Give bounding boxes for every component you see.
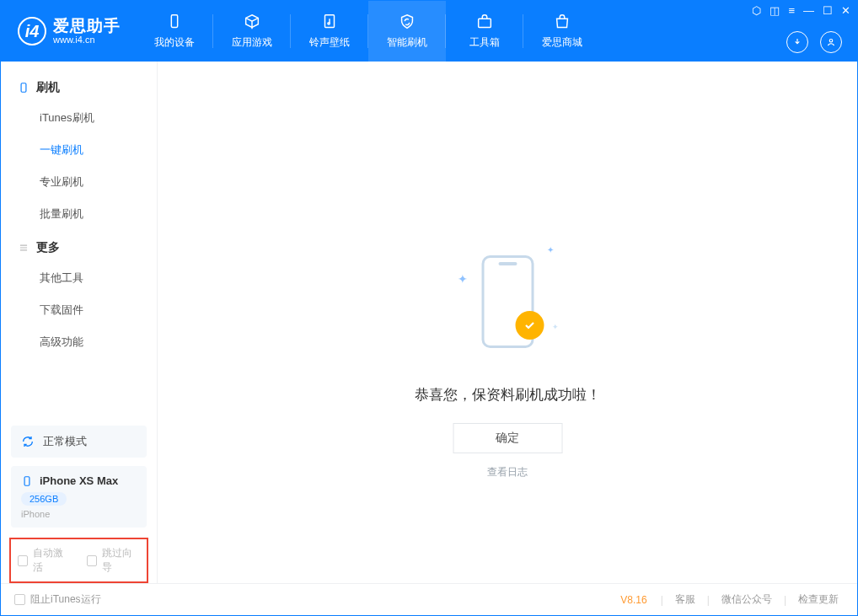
nav-label: 爱思商城 (542, 35, 582, 50)
nav-label: 铃声壁纸 (309, 35, 350, 50)
nav-store[interactable]: 爱思商城 (523, 1, 601, 62)
app-url: www.i4.cn (53, 35, 121, 45)
refresh-shield-icon (398, 13, 416, 31)
sidebar-item-download-firmware[interactable]: 下载固件 (1, 294, 157, 326)
bag-icon (553, 13, 571, 31)
device-name: iPhone XS Max (40, 474, 118, 487)
ok-button[interactable]: 确定 (453, 423, 562, 453)
version-label: V8.16 (620, 594, 646, 606)
sidebar-item-other-tools[interactable]: 其他工具 (1, 262, 157, 294)
device-icon (165, 13, 184, 31)
sidebar-group-title: 刷机 (36, 80, 60, 95)
checkbox-auto-activate[interactable]: 自动激活 (18, 546, 72, 575)
sparkle-icon: ✦ (458, 272, 468, 286)
svg-point-2 (328, 23, 330, 24)
sidebar-item-oneclick-flash[interactable]: 一键刷机 (1, 134, 157, 166)
sidebar-group-title: 更多 (36, 240, 60, 255)
svg-rect-6 (24, 476, 29, 485)
logo-icon: i4 (18, 17, 46, 46)
body: 刷机 iTunes刷机 一键刷机 专业刷机 批量刷机 更多 其他工具 下载固件 … (1, 62, 857, 583)
list-icon (18, 242, 29, 254)
shirt-icon[interactable]: ⬡ (752, 4, 761, 17)
checkbox-icon (87, 555, 97, 566)
sidebar-group-flash: 刷机 (1, 70, 157, 102)
nav-apps[interactable]: 应用游戏 (213, 1, 291, 62)
refresh-icon (21, 435, 35, 448)
phone-icon (18, 82, 29, 94)
top-nav: 我的设备 应用游戏 铃声壁纸 智能刷机 工具箱 爱思商城 (136, 1, 601, 62)
svg-point-4 (829, 40, 833, 43)
svg-rect-3 (479, 19, 491, 27)
nav-flash[interactable]: 智能刷机 (368, 1, 446, 62)
footer: 阻止iTunes运行 V8.16 | 客服 | 微信公众号 | 检查更新 (1, 583, 857, 615)
header-right-buttons (786, 31, 842, 53)
checkbox-icon (14, 594, 25, 605)
app-logo: i4 爱思助手 www.i4.cn (1, 1, 136, 62)
download-button[interactable] (786, 31, 808, 53)
cube-icon (243, 13, 261, 31)
nav-toolbox[interactable]: 工具箱 (446, 1, 523, 62)
view-log-link[interactable]: 查看日志 (487, 465, 528, 479)
checkbox-label: 阻止iTunes运行 (30, 592, 101, 607)
result-panel: ✦ ✦ ✦ 恭喜您，保资料刷机成功啦！ 确定 查看日志 (415, 238, 601, 479)
sidebar-item-itunes-flash[interactable]: iTunes刷机 (1, 102, 157, 134)
footer-link-wechat[interactable]: 微信公众号 (716, 592, 777, 607)
sidebar-item-advanced[interactable]: 高级功能 (1, 326, 157, 358)
footer-link-support[interactable]: 客服 (670, 592, 700, 607)
nav-label: 工具箱 (469, 35, 500, 50)
minimize-button[interactable]: — (803, 4, 814, 17)
phone-small-icon (21, 475, 33, 487)
sidebar: 刷机 iTunes刷机 一键刷机 专业刷机 批量刷机 更多 其他工具 下载固件 … (1, 62, 158, 583)
separator: | (661, 594, 663, 606)
maximize-button[interactable]: ☐ (823, 4, 833, 17)
success-illustration: ✦ ✦ ✦ (453, 238, 562, 365)
svg-rect-5 (21, 83, 26, 93)
sidebar-item-pro-flash[interactable]: 专业刷机 (1, 166, 157, 198)
device-card[interactable]: iPhone XS Max 256GB iPhone (11, 466, 147, 528)
sparkle-icon: ✦ (547, 245, 554, 254)
result-message: 恭喜您，保资料刷机成功啦！ (415, 385, 601, 404)
user-button[interactable] (820, 31, 842, 53)
toolbox-icon (475, 13, 494, 31)
window-small-controls: ⬡ ◫ ≡ — ☐ ✕ (752, 4, 850, 17)
checkbox-label: 自动激活 (33, 546, 71, 575)
footer-right: V8.16 | 客服 | 微信公众号 | 检查更新 (620, 592, 844, 607)
nav-label: 我的设备 (154, 35, 195, 50)
nav-label: 应用游戏 (232, 35, 272, 50)
main-content: ✦ ✦ ✦ 恭喜您，保资料刷机成功啦！ 确定 查看日志 (158, 62, 857, 583)
menu-icon[interactable]: ≡ (788, 4, 795, 17)
device-mode-label: 正常模式 (43, 434, 87, 449)
svg-rect-0 (171, 15, 177, 28)
device-type: iPhone (21, 509, 137, 519)
app-name: 爱思助手 (53, 18, 121, 35)
options-box: 自动激活 跳过向导 (9, 538, 148, 583)
sidebar-group-more: 更多 (1, 230, 157, 262)
checkbox-label: 跳过向导 (102, 546, 140, 575)
nav-my-device[interactable]: 我的设备 (136, 1, 213, 62)
titlebar: i4 爱思助手 www.i4.cn 我的设备 应用游戏 铃声壁纸 智能刷机 工具… (1, 1, 857, 62)
lock-icon[interactable]: ◫ (770, 4, 780, 17)
close-button[interactable]: ✕ (841, 4, 850, 17)
checkbox-skip-guide[interactable]: 跳过向导 (87, 546, 141, 575)
nav-ringtones[interactable]: 铃声壁纸 (291, 1, 368, 62)
sidebar-item-batch-flash[interactable]: 批量刷机 (1, 198, 157, 230)
sparkle-icon: ✦ (552, 323, 559, 331)
music-file-icon (320, 13, 339, 31)
success-check-icon (515, 311, 544, 340)
footer-link-update[interactable]: 检查更新 (793, 592, 844, 607)
device-mode[interactable]: 正常模式 (11, 426, 147, 458)
device-storage: 256GB (21, 492, 67, 506)
nav-label: 智能刷机 (387, 35, 427, 50)
separator: | (784, 594, 786, 606)
device-panel: 正常模式 iPhone XS Max 256GB iPhone (11, 426, 147, 528)
separator: | (707, 594, 710, 606)
checkbox-block-itunes[interactable]: 阻止iTunes运行 (14, 592, 101, 607)
checkbox-icon (18, 555, 28, 566)
